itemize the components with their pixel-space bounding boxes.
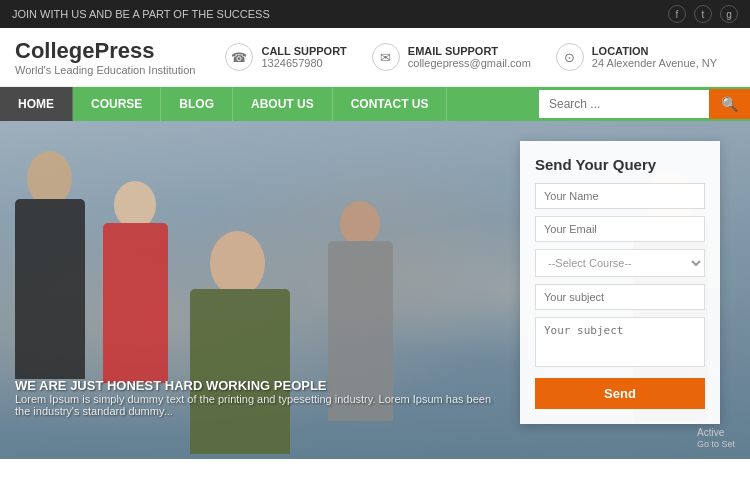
email-value: collegepress@gmail.com <box>408 57 531 69</box>
facebook-icon[interactable]: f <box>668 5 686 23</box>
course-select[interactable]: --Select Course-- Computer Science Engin… <box>535 249 705 277</box>
call-info: CALL SUPPORT 1324657980 <box>261 45 346 69</box>
nav-home[interactable]: HOME <box>0 87 73 121</box>
active-badge: Active Go to Set <box>697 427 735 449</box>
person-figure-4 <box>320 201 400 459</box>
active-text: Active <box>697 427 724 438</box>
message-input[interactable] <box>535 317 705 367</box>
hero-section: Send Your Query --Select Course-- Comput… <box>0 121 750 459</box>
person-figure-3 <box>180 231 300 459</box>
go-to-set-text: Go to Set <box>697 439 735 449</box>
nav-items: HOME COURSE BLOG ABOUT US CONTACT US <box>0 87 539 121</box>
nav-about-us[interactable]: ABOUT US <box>233 87 333 121</box>
hero-description: Lorem Ipsum is simply dummy text of the … <box>15 393 495 417</box>
location-value: 24 Alexender Avenue, NY <box>592 57 717 69</box>
email-label: EMAIL SUPPORT <box>408 45 531 57</box>
email-input[interactable] <box>535 216 705 242</box>
logo-title: CollegePress <box>15 38 195 64</box>
search-button[interactable]: 🔍 <box>709 89 750 119</box>
top-bar: JOIN WITH US AND BE A PART OF THE SUCCES… <box>0 0 750 28</box>
logo: CollegePress World's Leading Education I… <box>15 38 195 76</box>
query-form-title: Send Your Query <box>535 156 705 173</box>
call-label: CALL SUPPORT <box>261 45 346 57</box>
phone-icon: ☎ <box>225 43 253 71</box>
location-icon: ⊙ <box>556 43 584 71</box>
social-icons: f t g <box>668 5 738 23</box>
query-form: Send Your Query --Select Course-- Comput… <box>520 141 720 424</box>
search-area: 🔍 <box>539 89 750 119</box>
nav-course[interactable]: COURSE <box>73 87 161 121</box>
hero-overlay: WE ARE JUST HONEST HARD WORKING PEOPLE L… <box>15 378 495 417</box>
twitter-icon[interactable]: t <box>694 5 712 23</box>
nav-blog[interactable]: BLOG <box>161 87 233 121</box>
location-info: ⊙ LOCATION 24 Alexender Avenue, NY <box>556 43 717 71</box>
google-icon[interactable]: g <box>720 5 738 23</box>
call-value: 1324657980 <box>261 57 346 69</box>
header: CollegePress World's Leading Education I… <box>0 28 750 87</box>
logo-subtitle: World's Leading Education Institution <box>15 64 195 76</box>
send-button[interactable]: Send <box>535 378 705 409</box>
navigation: HOME COURSE BLOG ABOUT US CONTACT US 🔍 <box>0 87 750 121</box>
email-info: EMAIL SUPPORT collegepress@gmail.com <box>408 45 531 69</box>
subject-input[interactable] <box>535 284 705 310</box>
nav-contact-us[interactable]: CONTACT US <box>333 87 448 121</box>
header-info: ☎ CALL SUPPORT 1324657980 ✉ EMAIL SUPPOR… <box>225 43 717 71</box>
hero-title: WE ARE JUST HONEST HARD WORKING PEOPLE <box>15 378 495 393</box>
location-label: LOCATION <box>592 45 717 57</box>
email-support: ✉ EMAIL SUPPORT collegepress@gmail.com <box>372 43 531 71</box>
name-input[interactable] <box>535 183 705 209</box>
location-details: LOCATION 24 Alexender Avenue, NY <box>592 45 717 69</box>
top-bar-message: JOIN WITH US AND BE A PART OF THE SUCCES… <box>12 8 270 20</box>
call-support: ☎ CALL SUPPORT 1324657980 <box>225 43 346 71</box>
search-input[interactable] <box>539 90 709 118</box>
email-icon: ✉ <box>372 43 400 71</box>
